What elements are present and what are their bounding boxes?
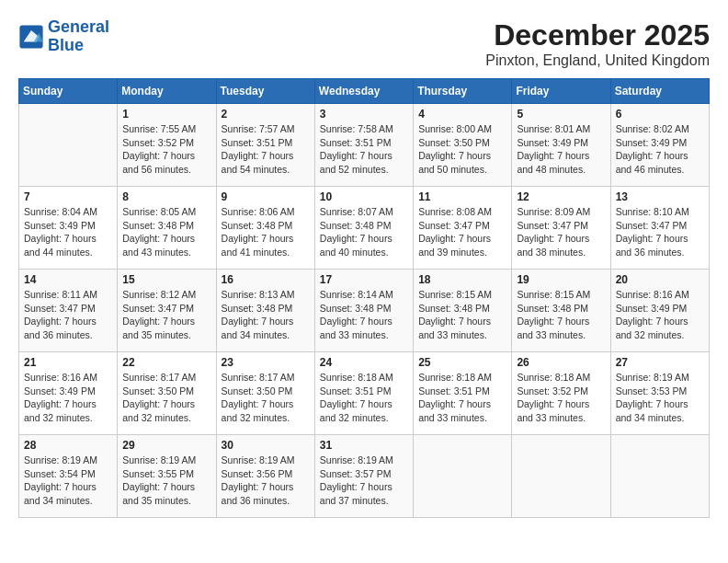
day-info: Sunrise: 8:18 AM Sunset: 3:51 PM Dayligh…: [418, 371, 506, 425]
header-saturday: Saturday: [610, 79, 709, 104]
calendar-cell: 11Sunrise: 8:08 AM Sunset: 3:47 PM Dayli…: [414, 187, 512, 270]
day-number: 16: [222, 273, 310, 286]
day-number: 6: [616, 108, 704, 121]
day-info: Sunrise: 8:11 AM Sunset: 3:47 PM Dayligh…: [24, 288, 112, 342]
calendar-cell: 13Sunrise: 8:10 AM Sunset: 3:47 PM Dayli…: [610, 187, 709, 270]
calendar-cell: 3Sunrise: 7:58 AM Sunset: 3:51 PM Daylig…: [314, 104, 413, 187]
day-number: 18: [418, 273, 506, 286]
calendar-cell: 24Sunrise: 8:18 AM Sunset: 3:51 PM Dayli…: [314, 352, 413, 435]
day-info: Sunrise: 8:02 AM Sunset: 3:49 PM Dayligh…: [616, 122, 704, 177]
day-info: Sunrise: 8:00 AM Sunset: 3:50 PM Dayligh…: [418, 122, 506, 177]
day-number: 2: [222, 108, 310, 121]
header-monday: Monday: [118, 79, 216, 104]
day-info: Sunrise: 8:10 AM Sunset: 3:47 PM Dayligh…: [616, 205, 704, 259]
day-info: Sunrise: 8:01 AM Sunset: 3:49 PM Dayligh…: [517, 122, 605, 177]
day-number: 31: [320, 439, 408, 452]
day-number: 29: [122, 439, 210, 452]
calendar-header-row: SundayMondayTuesdayWednesdayThursdayFrid…: [19, 79, 710, 104]
calendar-cell: 29Sunrise: 8:19 AM Sunset: 3:55 PM Dayli…: [118, 435, 216, 518]
day-info: Sunrise: 8:04 AM Sunset: 3:49 PM Dayligh…: [24, 205, 112, 259]
page-header: General Blue December 2025 Pinxton, Engl…: [18, 18, 710, 69]
day-number: 13: [616, 190, 704, 203]
day-number: 4: [418, 108, 506, 121]
day-number: 3: [320, 108, 408, 121]
day-number: 27: [616, 356, 704, 369]
calendar-cell: 17Sunrise: 8:14 AM Sunset: 3:48 PM Dayli…: [314, 270, 413, 352]
calendar-cell: 2Sunrise: 7:57 AM Sunset: 3:51 PM Daylig…: [216, 104, 314, 187]
day-info: Sunrise: 8:06 AM Sunset: 3:48 PM Dayligh…: [222, 205, 310, 259]
day-number: 1: [122, 108, 210, 121]
calendar-cell: 14Sunrise: 8:11 AM Sunset: 3:47 PM Dayli…: [19, 270, 118, 352]
header-thursday: Thursday: [414, 79, 512, 104]
week-row-3: 14Sunrise: 8:11 AM Sunset: 3:47 PM Dayli…: [19, 270, 710, 352]
calendar-cell: 28Sunrise: 8:19 AM Sunset: 3:54 PM Dayli…: [19, 435, 118, 518]
day-info: Sunrise: 8:19 AM Sunset: 3:53 PM Dayligh…: [616, 371, 704, 425]
calendar-cell: 31Sunrise: 8:19 AM Sunset: 3:57 PM Dayli…: [314, 435, 413, 518]
calendar-cell: 4Sunrise: 8:00 AM Sunset: 3:50 PM Daylig…: [414, 104, 512, 187]
calendar-cell: 18Sunrise: 8:15 AM Sunset: 3:48 PM Dayli…: [414, 270, 512, 352]
calendar-cell: [512, 435, 610, 518]
day-number: 19: [517, 273, 605, 286]
calendar-cell: 19Sunrise: 8:15 AM Sunset: 3:48 PM Dayli…: [512, 270, 610, 352]
day-info: Sunrise: 8:07 AM Sunset: 3:48 PM Dayligh…: [320, 205, 408, 259]
day-info: Sunrise: 8:17 AM Sunset: 3:50 PM Dayligh…: [122, 371, 210, 425]
calendar-cell: 30Sunrise: 8:19 AM Sunset: 3:56 PM Dayli…: [216, 435, 314, 518]
day-info: Sunrise: 8:13 AM Sunset: 3:48 PM Dayligh…: [222, 288, 310, 342]
day-info: Sunrise: 8:19 AM Sunset: 3:56 PM Dayligh…: [222, 454, 310, 508]
calendar-cell: 5Sunrise: 8:01 AM Sunset: 3:49 PM Daylig…: [512, 104, 610, 187]
calendar-table: SundayMondayTuesdayWednesdayThursdayFrid…: [18, 78, 710, 518]
week-row-1: 1Sunrise: 7:55 AM Sunset: 3:52 PM Daylig…: [19, 104, 710, 187]
day-info: Sunrise: 7:57 AM Sunset: 3:51 PM Dayligh…: [222, 122, 310, 177]
day-info: Sunrise: 8:17 AM Sunset: 3:50 PM Dayligh…: [222, 371, 310, 425]
day-number: 30: [222, 439, 310, 452]
header-tuesday: Tuesday: [216, 79, 314, 104]
calendar-cell: 10Sunrise: 8:07 AM Sunset: 3:48 PM Dayli…: [314, 187, 413, 270]
calendar-cell: [19, 104, 118, 187]
day-info: Sunrise: 8:18 AM Sunset: 3:52 PM Dayligh…: [517, 371, 605, 425]
day-info: Sunrise: 8:16 AM Sunset: 3:49 PM Dayligh…: [24, 371, 112, 425]
day-info: Sunrise: 8:19 AM Sunset: 3:57 PM Dayligh…: [320, 454, 408, 508]
week-row-2: 7Sunrise: 8:04 AM Sunset: 3:49 PM Daylig…: [19, 187, 710, 270]
calendar-cell: [610, 435, 709, 518]
header-friday: Friday: [512, 79, 610, 104]
day-number: 11: [418, 190, 506, 203]
calendar-cell: 6Sunrise: 8:02 AM Sunset: 3:49 PM Daylig…: [610, 104, 709, 187]
calendar-cell: 8Sunrise: 8:05 AM Sunset: 3:48 PM Daylig…: [118, 187, 216, 270]
day-number: 28: [24, 439, 112, 452]
calendar-cell: 23Sunrise: 8:17 AM Sunset: 3:50 PM Dayli…: [216, 352, 314, 435]
week-row-5: 28Sunrise: 8:19 AM Sunset: 3:54 PM Dayli…: [19, 435, 710, 518]
calendar-cell: 7Sunrise: 8:04 AM Sunset: 3:49 PM Daylig…: [19, 187, 118, 270]
logo: General Blue: [18, 18, 109, 55]
day-info: Sunrise: 8:19 AM Sunset: 3:54 PM Dayligh…: [24, 454, 112, 508]
week-row-4: 21Sunrise: 8:16 AM Sunset: 3:49 PM Dayli…: [19, 352, 710, 435]
day-number: 26: [517, 356, 605, 369]
day-number: 8: [122, 190, 210, 203]
day-number: 14: [24, 273, 112, 286]
header-sunday: Sunday: [19, 79, 118, 104]
day-number: 17: [320, 273, 408, 286]
day-number: 22: [122, 356, 210, 369]
calendar-cell: 16Sunrise: 8:13 AM Sunset: 3:48 PM Dayli…: [216, 270, 314, 352]
day-info: Sunrise: 8:12 AM Sunset: 3:47 PM Dayligh…: [122, 288, 210, 342]
day-number: 20: [616, 273, 704, 286]
logo-icon: [18, 24, 44, 50]
day-number: 24: [320, 356, 408, 369]
day-info: Sunrise: 8:14 AM Sunset: 3:48 PM Dayligh…: [320, 288, 408, 342]
day-info: Sunrise: 7:55 AM Sunset: 3:52 PM Dayligh…: [122, 122, 210, 177]
page-subtitle: Pinxton, England, United Kingdom: [485, 52, 710, 69]
day-info: Sunrise: 7:58 AM Sunset: 3:51 PM Dayligh…: [320, 122, 408, 177]
day-number: 9: [222, 190, 310, 203]
page-title: December 2025: [485, 18, 710, 52]
logo-blue: Blue: [48, 36, 84, 54]
day-number: 23: [222, 356, 310, 369]
header-wednesday: Wednesday: [314, 79, 413, 104]
calendar-cell: 21Sunrise: 8:16 AM Sunset: 3:49 PM Dayli…: [19, 352, 118, 435]
calendar-cell: 22Sunrise: 8:17 AM Sunset: 3:50 PM Dayli…: [118, 352, 216, 435]
calendar-cell: 1Sunrise: 7:55 AM Sunset: 3:52 PM Daylig…: [118, 104, 216, 187]
day-info: Sunrise: 8:15 AM Sunset: 3:48 PM Dayligh…: [418, 288, 506, 342]
calendar-cell: 25Sunrise: 8:18 AM Sunset: 3:51 PM Dayli…: [414, 352, 512, 435]
day-info: Sunrise: 8:05 AM Sunset: 3:48 PM Dayligh…: [122, 205, 210, 259]
day-number: 7: [24, 190, 112, 203]
title-block: December 2025 Pinxton, England, United K…: [485, 18, 710, 69]
calendar-cell: [414, 435, 512, 518]
